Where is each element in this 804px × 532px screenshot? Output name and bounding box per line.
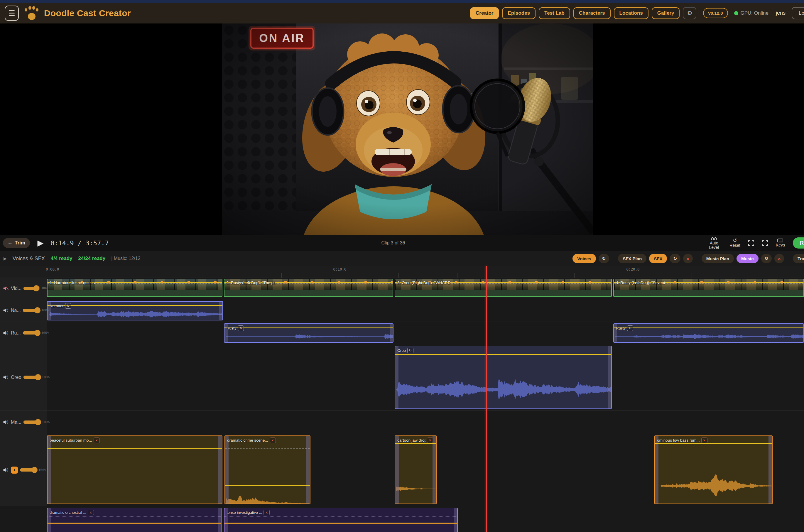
playhead[interactable] <box>486 266 487 532</box>
video-clip-4[interactable]: 4. Rusty (Left Dog): "Sevent <box>613 279 804 297</box>
clip-counter: Clip 3 of 36 <box>367 240 420 246</box>
regenerate-icon[interactable]: ↻ <box>238 325 244 331</box>
reset-label: Reset <box>729 243 740 248</box>
keys-button[interactable]: Keys <box>776 239 785 247</box>
sfx-pill[interactable]: SFX <box>649 254 667 263</box>
clip-trim-handle[interactable] <box>218 436 222 504</box>
sfx-clip-1[interactable]: peaceful suburban mo... × <box>47 435 223 504</box>
clip-trim-handle[interactable] <box>655 436 658 504</box>
speaker-icon[interactable] <box>3 374 9 380</box>
menu-icon[interactable] <box>5 5 19 21</box>
automation-line[interactable] <box>395 443 436 444</box>
sfx-clip-2[interactable]: dramatic crime scene... × <box>225 435 310 504</box>
music-clip-1[interactable]: dramatic orchestral ... × <box>47 508 222 532</box>
clip-trim-handle[interactable] <box>306 436 310 504</box>
voice-clip-oreo[interactable]: Oreo ↻ <box>395 346 612 409</box>
clip-trim-handle[interactable] <box>768 436 772 504</box>
rusty-volume-value: 100% <box>41 331 49 335</box>
automation-line[interactable] <box>225 485 310 486</box>
narrator-volume-slider[interactable] <box>23 309 39 312</box>
clip-trim-handle[interactable] <box>395 346 399 408</box>
music-pill[interactable]: Music <box>736 254 759 263</box>
voices-pill[interactable]: Voices <box>573 254 596 263</box>
speaker-icon[interactable] <box>3 330 9 336</box>
fullscreen-icon[interactable] <box>748 240 754 246</box>
logout-button[interactable]: Logout <box>792 7 804 19</box>
waveform <box>656 468 772 504</box>
music-clip-2[interactable]: tense investigative ... × <box>224 508 458 532</box>
video-volume-slider[interactable] <box>23 287 40 290</box>
oreo-volume-slider[interactable] <box>23 376 40 379</box>
clip-trim-handle[interactable] <box>390 324 393 342</box>
video-frame[interactable]: ON AIR <box>222 23 593 235</box>
sfx-volume-slider[interactable] <box>20 468 36 472</box>
delete-sfx-icon[interactable]: × <box>701 438 707 443</box>
speaker-icon[interactable] <box>3 307 9 314</box>
clip-trim-handle[interactable] <box>395 436 399 504</box>
settings-gear-icon[interactable]: ⚙ <box>683 7 696 19</box>
nav-episodes[interactable]: Episodes <box>502 7 536 19</box>
automation-line[interactable] <box>47 305 223 306</box>
sfx-refresh-icon[interactable]: ↻ <box>670 254 681 263</box>
clip-trim-handle[interactable] <box>218 508 221 532</box>
clip-trim-handle[interactable] <box>433 436 436 504</box>
speaker-icon[interactable] <box>3 467 9 473</box>
transitions-pill[interactable]: Trans <box>793 254 804 263</box>
delete-music-icon[interactable]: × <box>264 510 270 515</box>
sfx-clip-3[interactable]: cartoon jaw drop sh... × <box>395 435 437 504</box>
rusty-volume-slider[interactable] <box>23 331 39 335</box>
trim-button[interactable]: ← Trim <box>3 238 30 248</box>
add-sfx-button[interactable]: + <box>11 467 18 474</box>
automation-line[interactable] <box>225 327 393 328</box>
regenerate-icon[interactable]: ↻ <box>407 348 414 353</box>
sfx-clear-icon[interactable]: × <box>683 254 693 263</box>
voice-clip-rusty-1[interactable]: Rusty ↻ <box>224 323 394 343</box>
nav-characters[interactable]: Characters <box>573 7 611 19</box>
render-button[interactable]: Render <box>793 238 804 249</box>
voice-clip-label: Rusty <box>616 326 626 330</box>
clip-trim-handle[interactable] <box>454 508 457 532</box>
delete-sfx-icon[interactable]: × <box>427 438 433 443</box>
music-refresh-icon[interactable]: ↻ <box>761 254 772 263</box>
nav-creator[interactable]: Creator <box>470 7 499 19</box>
ma-volume-slider[interactable] <box>23 420 40 424</box>
regenerate-icon[interactable]: ↻ <box>627 325 633 331</box>
automation-line[interactable] <box>655 443 772 444</box>
automation-line[interactable] <box>395 354 611 355</box>
expand-view-icon[interactable] <box>762 240 768 246</box>
nav-gallery[interactable]: Gallery <box>652 7 680 19</box>
regenerate-icon[interactable]: ↻ <box>65 303 71 309</box>
delete-sfx-icon[interactable]: × <box>270 438 276 443</box>
automation-line[interactable] <box>614 327 803 328</box>
automation-line[interactable] <box>47 522 221 524</box>
voice-clip-rusty-2[interactable]: Rusty ↻ <box>613 323 804 343</box>
timeline-ruler[interactable]: 0:00.0 0:10.0 0:20.0 <box>0 266 804 278</box>
video-clip-2[interactable]: 2. Rusty (Left Dog): "The pe <box>224 279 393 297</box>
clip-trim-handle[interactable] <box>225 436 229 504</box>
play-button[interactable]: ▶ <box>35 237 46 249</box>
clip-trim-handle[interactable] <box>47 436 51 504</box>
nav-locations[interactable]: Locations <box>614 7 649 19</box>
automation-line[interactable] <box>225 522 457 524</box>
reset-button[interactable]: ↺ Reset <box>729 239 740 248</box>
clip-trim-handle[interactable] <box>219 302 223 320</box>
clip-trim-handle[interactable] <box>608 346 611 408</box>
delete-music-icon[interactable]: × <box>88 510 94 515</box>
music-clear-icon[interactable]: × <box>774 254 784 263</box>
expander-icon[interactable]: ▶ <box>3 256 7 261</box>
automation-line[interactable] <box>47 449 222 449</box>
track-header-narrator: Na... 100% <box>0 299 47 322</box>
sfx-plan-pill[interactable]: SFX Plan <box>618 254 647 263</box>
waveform <box>396 480 436 498</box>
voices-refresh-icon[interactable]: ↻ <box>599 254 610 263</box>
sfx-clip-4[interactable]: ominous low bass rum... × <box>654 435 772 504</box>
auto-level-button[interactable]: Auto Level <box>706 236 722 250</box>
music-plan-pill[interactable]: Music Plan <box>702 254 734 263</box>
video-clip-3[interactable]: 3. Oreo (Right Dog): "WHAT D <box>395 279 612 297</box>
delete-sfx-icon[interactable]: × <box>94 438 100 443</box>
muted-speaker-icon[interactable] <box>3 285 9 291</box>
voice-clip-narrator[interactable]: Narrator ↻ <box>47 301 223 320</box>
speaker-icon[interactable] <box>3 419 9 425</box>
video-clip-1[interactable]: 1. Narrator: "In the quiet s <box>47 279 223 297</box>
nav-test-lab[interactable]: Test Lab <box>539 7 570 19</box>
